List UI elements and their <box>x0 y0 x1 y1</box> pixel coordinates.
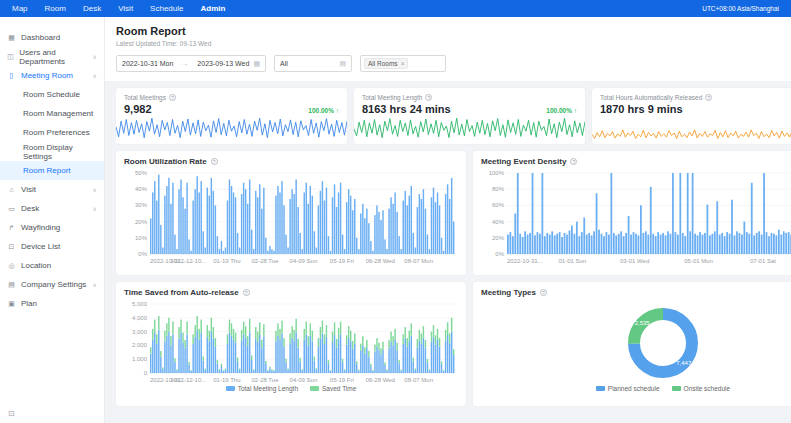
date-range-picker[interactable]: 2022-10-31 Mon → 2023-09-13 Wed ▦ <box>116 55 266 72</box>
info-icon[interactable]: ? <box>540 289 547 296</box>
sidebar-item-users-and-departments[interactable]: ◫Users and Departments∨ <box>0 47 104 66</box>
rooms-tag: All Rooms × <box>364 58 408 69</box>
legend-label: Saved Time <box>322 385 356 392</box>
info-icon[interactable]: ? <box>425 94 432 101</box>
chart-title-text: Meeting Event Density <box>481 157 566 166</box>
last-updated-label: Latest Updated Time: 09-13 Wed <box>116 40 791 47</box>
info-icon[interactable]: ? <box>570 158 577 165</box>
sidebar-item-visit[interactable]: ⌂Visit∨ <box>0 180 104 199</box>
sidebar-item-desk[interactable]: ▭Desk∨ <box>0 199 104 218</box>
time-saved-card: Time Saved from Auto-release ? 01,0002,0… <box>116 282 466 406</box>
chart-title-text: Meeting Types <box>481 288 536 297</box>
sidebar-item-company-settings[interactable]: ▤Company Settings∨ <box>0 275 104 294</box>
info-icon[interactable]: ? <box>169 94 176 101</box>
meeting-density-chart[interactable]: 0%20%40%60%80%100%2022-10-31...01-01 Sun… <box>481 166 791 266</box>
nav-item-admin[interactable]: Admin <box>200 4 225 13</box>
nav-item-visit[interactable]: Visit <box>118 4 133 13</box>
sidebar-item-label: Dashboard <box>21 33 60 42</box>
sidebar-item-room-preferences[interactable]: Room Preferences <box>0 123 104 142</box>
svg-text:60%: 60% <box>492 202 505 208</box>
legend-item-saved-time[interactable]: Saved Time <box>310 385 356 392</box>
room-utilization-card: Room Utilization Rate ? 0%10%20%30%40%50… <box>116 151 466 275</box>
legend-item-total-meeting-length[interactable]: Total Meeting Length <box>226 385 298 392</box>
svg-text:2022-12-10...: 2022-12-10... <box>171 258 207 264</box>
sidebar-item-room-management[interactable]: Room Management <box>0 104 104 123</box>
chevron-down-icon: ∨ <box>93 186 97 193</box>
location-select[interactable]: All ▤ <box>274 55 352 72</box>
svg-text:0%: 0% <box>138 251 147 257</box>
svg-text:30%: 30% <box>135 202 148 208</box>
page-title: Room Report <box>116 25 791 37</box>
sidebar-item-room-schedule[interactable]: Room Schedule <box>0 85 104 104</box>
sidebar-item-plan[interactable]: ▣Plan <box>0 294 104 313</box>
stats-row: Total Meetings?9,982100.00% ↑Total Meeti… <box>116 88 791 144</box>
meeting-types-chart[interactable]: 7,4472,535 <box>481 297 791 385</box>
svg-text:07-01 Sat: 07-01 Sat <box>750 258 776 264</box>
sidebar-icon: ↱ <box>7 224 16 232</box>
sidebar-item-meeting-room[interactable]: ▯Meeting Room∧ <box>0 66 104 85</box>
legend-swatch <box>596 386 605 391</box>
legend-item-planned-schedule[interactable]: Planned schedule <box>596 385 660 392</box>
info-icon[interactable]: ? <box>705 94 712 101</box>
sidebar-icon: ▣ <box>7 300 16 308</box>
sidebar-item-dashboard[interactable]: ▦Dashboard <box>0 28 104 47</box>
chart-title: Time Saved from Auto-release ? <box>124 288 458 297</box>
chevron-down-icon: ∨ <box>93 281 97 288</box>
sidebar-icon: ◎ <box>7 262 16 270</box>
svg-text:7,447: 7,447 <box>676 360 692 366</box>
sidebar-item-label: Meeting Room <box>21 71 73 80</box>
nav-item-room[interactable]: Room <box>45 4 66 13</box>
sidebar-item-location[interactable]: ◎Location <box>0 256 104 275</box>
close-icon[interactable]: × <box>401 60 405 67</box>
sidebar-icon: ◫ <box>7 53 14 61</box>
meetings-trend-sparkline <box>116 114 347 144</box>
svg-text:40%: 40% <box>135 186 148 192</box>
svg-text:06-28 Wed: 06-28 Wed <box>366 258 395 264</box>
sidebar-icon: ▯ <box>7 72 16 80</box>
sidebar-item-label: Plan <box>21 299 37 308</box>
top-nav-items: MapRoomDeskVisitScheduleAdmin <box>12 4 225 13</box>
time-saved-chart[interactable]: 01,0002,0003,0004,0005,0002022-10-31...2… <box>124 297 458 385</box>
svg-text:80%: 80% <box>492 186 505 192</box>
legend-swatch <box>310 386 319 391</box>
legend-swatch <box>672 386 681 391</box>
date-end-value[interactable]: 2023-09-13 Wed <box>197 60 249 67</box>
sidebar-item-wayfinding[interactable]: ↱Wayfinding <box>0 218 104 237</box>
sidebar-item-label: Location <box>21 261 51 270</box>
svg-text:2022-12-10...: 2022-12-10... <box>171 377 207 383</box>
svg-text:03-01 Wed: 03-01 Wed <box>620 258 649 264</box>
nav-item-map[interactable]: Map <box>12 4 28 13</box>
chart-title-text: Time Saved from Auto-release <box>124 288 239 297</box>
room-utilization-chart[interactable]: 0%10%20%30%40%50%2022-10-31...2022-12-10… <box>124 166 458 266</box>
chart-title-text: Room Utilization Rate <box>124 157 207 166</box>
sidebar-item-room-display-settings[interactable]: Room Display Settings <box>0 142 104 161</box>
svg-text:2022-10-31...: 2022-10-31... <box>507 258 543 264</box>
sidebar-collapse-icon[interactable]: ⊡ <box>8 409 15 418</box>
sidebar-item-device-list[interactable]: ⊡Device List <box>0 237 104 256</box>
info-icon[interactable]: ? <box>211 158 218 165</box>
nav-item-schedule[interactable]: Schedule <box>150 4 183 13</box>
svg-text:20%: 20% <box>135 219 148 225</box>
chevron-down-icon: ∨ <box>93 205 97 212</box>
rooms-select[interactable]: All Rooms × <box>360 55 446 72</box>
legend-label: Onsite schedule <box>684 385 731 392</box>
timezone-label[interactable]: UTC+08:00 Asia/Shanghai <box>702 5 779 12</box>
legend-item-onsite-schedule[interactable]: Onsite schedule <box>672 385 731 392</box>
stat-change-badge: 100.00% ↑ <box>546 107 577 114</box>
svg-text:100%: 100% <box>489 170 505 176</box>
svg-text:20%: 20% <box>492 235 505 241</box>
sidebar-item-label: Room Display Settings <box>23 143 97 161</box>
sidebar-item-label: Room Schedule <box>23 90 80 99</box>
nav-item-desk[interactable]: Desk <box>83 4 101 13</box>
stat-card-title: Total Hours Automatically Released? <box>592 88 791 101</box>
svg-text:08-07 Mon: 08-07 Mon <box>404 258 433 264</box>
date-start-value[interactable]: 2022-10-31 Mon <box>122 60 173 67</box>
page-header: Room Report Latest Updated Time: 09-13 W… <box>105 17 791 81</box>
chart-title: Room Utilization Rate ? <box>124 157 458 166</box>
sidebar-item-room-report[interactable]: Room Report <box>0 161 104 180</box>
svg-text:5,000: 5,000 <box>132 301 148 307</box>
calendar-icon: ▦ <box>253 60 260 68</box>
info-icon[interactable]: ? <box>243 289 250 296</box>
svg-text:08-07 Mon: 08-07 Mon <box>404 377 433 383</box>
legend-swatch <box>226 386 235 391</box>
